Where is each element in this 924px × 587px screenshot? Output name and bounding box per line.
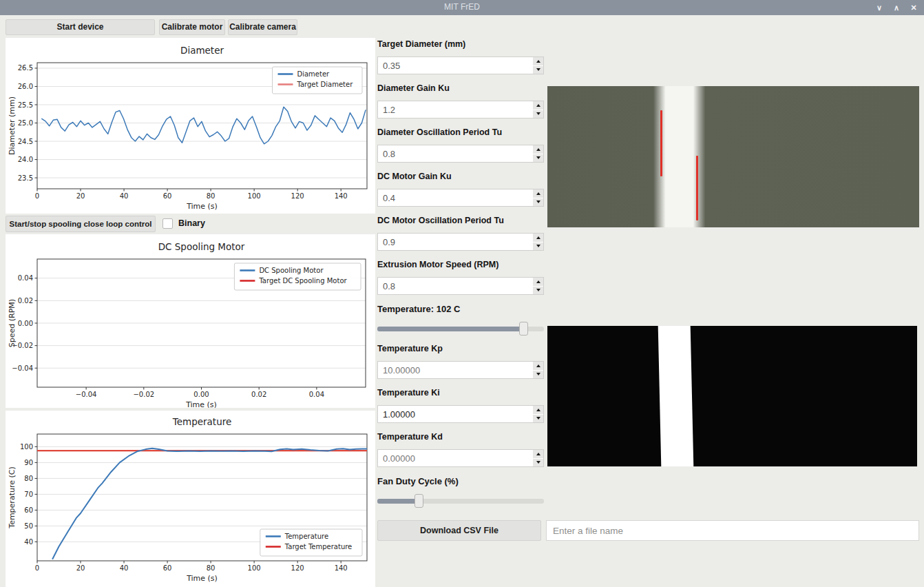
target-diameter-spin-up-button[interactable]: [533, 57, 543, 65]
calibrate-motor-button[interactable]: Calibrate motor: [159, 19, 225, 35]
extrusion-motor-speed-spin-up-button[interactable]: [533, 278, 543, 286]
temperature-label: Temperature: 102 C: [377, 304, 544, 315]
svg-text:0.02: 0.02: [251, 391, 266, 398]
arrow-down-icon: [536, 68, 540, 71]
svg-text:Time (s): Time (s): [186, 574, 218, 583]
arrow-down-icon: [536, 289, 540, 291]
svg-text:Diameter: Diameter: [180, 45, 224, 56]
file-name-input[interactable]: [546, 520, 919, 541]
temperature-slider[interactable]: [377, 323, 544, 334]
dc-motor-gain-ku-spin-down-button[interactable]: [533, 198, 543, 207]
close-icon[interactable]: ✕: [909, 3, 918, 12]
binary-checkbox-label: Binary: [178, 218, 205, 228]
svg-text:50: 50: [24, 522, 33, 530]
start-device-button[interactable]: Start device: [6, 19, 155, 35]
svg-text:140: 140: [335, 192, 348, 200]
extrusion-motor-speed-label: Extrusion Motor Speed (RPM): [377, 260, 544, 271]
dc-motor-oscillation-period-tu-input[interactable]: [378, 234, 532, 250]
svg-text:20: 20: [76, 192, 85, 200]
arrow-up-icon: [536, 280, 540, 283]
svg-text:80: 80: [207, 564, 216, 572]
dc-motor-oscillation-period-tu-spin-down-button[interactable]: [533, 243, 543, 251]
temperature-ki-spin-up-button[interactable]: [533, 406, 543, 414]
edge-marker-right: [696, 156, 698, 220]
diameter-oscillation-period-tu-input[interactable]: [378, 145, 532, 162]
fan-duty-cycle-slider-handle[interactable]: [414, 494, 423, 508]
app-window: MIT FrED ∨ ∧ ✕ Start device Calibrate mo…: [0, 0, 924, 587]
temperature-kp-spin-up-button[interactable]: [533, 362, 543, 370]
arrow-down-icon: [536, 417, 540, 420]
diameter-gain-ku-spin-down-button[interactable]: [533, 110, 543, 119]
svg-text:40: 40: [24, 538, 33, 546]
svg-text:40: 40: [120, 564, 129, 572]
window-title: MIT FrED: [0, 2, 924, 12]
camera-feed-image: [547, 86, 919, 227]
fan-duty-cycle-slider[interactable]: [377, 495, 544, 506]
svg-text:90: 90: [24, 459, 33, 466]
svg-text:Temperature: Temperature: [284, 533, 328, 540]
svg-text:24.5: 24.5: [18, 138, 33, 145]
dc-motor-gain-ku-input[interactable]: [378, 189, 532, 206]
svg-text:Diameter (mm): Diameter (mm): [8, 96, 17, 155]
target-diameter-spin-down-button[interactable]: [533, 66, 543, 74]
svg-text:100: 100: [248, 564, 261, 572]
svg-text:23.5: 23.5: [18, 174, 33, 182]
extrusion-motor-speed-spin-down-button[interactable]: [533, 287, 543, 295]
arrow-up-icon: [536, 236, 540, 239]
arrow-up-icon: [536, 364, 540, 367]
svg-text:25.5: 25.5: [18, 101, 33, 109]
temperature-kd-spin-down-button[interactable]: [533, 459, 543, 467]
svg-text:120: 120: [291, 192, 304, 200]
diameter-oscillation-period-tu-spin-down-button[interactable]: [533, 154, 543, 163]
fan-duty-cycle-label: Fan Duty Cycle (%): [377, 476, 544, 487]
svg-text:−0.04: −0.04: [76, 391, 97, 398]
dc-motor-oscillation-period-tu-spin-up-button[interactable]: [533, 234, 543, 242]
spooling-control-button[interactable]: Start/stop spooling close loop control: [6, 216, 156, 232]
diameter-oscillation-period-tu-spin-up-button[interactable]: [533, 145, 543, 154]
temperature-kd-label: Temperature Kd: [377, 432, 544, 443]
target-diameter-spinbox: [377, 56, 544, 74]
svg-text:140: 140: [335, 564, 348, 572]
temperature-ki-spin-down-button[interactable]: [533, 415, 543, 423]
svg-text:Target DC Spooling Motor: Target DC Spooling Motor: [258, 277, 347, 285]
svg-text:Target Diameter: Target Diameter: [297, 81, 354, 88]
svg-text:100: 100: [20, 443, 33, 451]
extrusion-motor-speed-input[interactable]: [378, 278, 532, 294]
svg-text:0: 0: [35, 564, 39, 572]
svg-text:100: 100: [248, 192, 261, 200]
dc-motor-gain-ku-spin-up-button[interactable]: [533, 189, 543, 198]
temperature-kd-input[interactable]: [378, 450, 532, 466]
svg-text:Temperature (C): Temperature (C): [8, 466, 17, 528]
dc-spooling-motor-chart: DC Spooling Motor−0.04−0.020.000.020.04−…: [6, 234, 375, 408]
control-column: Target Diameter (mm)Diameter Gain KuDiam…: [377, 34, 544, 516]
temperature-kp-spin-down-button[interactable]: [533, 371, 543, 379]
temperature-ki-input[interactable]: [378, 406, 532, 422]
dc-motor-gain-ku-spinbox: [377, 189, 544, 207]
maximize-icon[interactable]: ∧: [892, 3, 901, 12]
temperature-slider-handle[interactable]: [519, 322, 528, 336]
edge-marker-left: [660, 110, 662, 176]
svg-text:DC Spooling Motor: DC Spooling Motor: [158, 241, 245, 252]
target-diameter-input[interactable]: [378, 57, 532, 74]
svg-text:−0.04: −0.04: [12, 364, 33, 372]
title-bar: MIT FrED ∨ ∧ ✕: [0, 0, 924, 15]
calibrate-camera-button[interactable]: Calibrate camera: [228, 19, 297, 35]
svg-text:60: 60: [163, 564, 172, 572]
svg-text:24.0: 24.0: [18, 156, 33, 163]
svg-text:Target Temperature: Target Temperature: [284, 543, 352, 550]
svg-text:60: 60: [24, 506, 33, 514]
minimize-icon[interactable]: ∨: [874, 3, 884, 12]
binary-checkbox[interactable]: [162, 218, 173, 229]
temperature-kd-spin-up-button[interactable]: [533, 450, 543, 458]
target-diameter-label: Target Diameter (mm): [377, 39, 544, 50]
temperature-kp-input[interactable]: [378, 362, 532, 378]
arrow-down-icon: [536, 200, 540, 203]
temperature-chart-svg: Temperature40506070809010002040608010012…: [6, 411, 375, 587]
svg-text:Time (s): Time (s): [186, 202, 218, 211]
download-csv-button[interactable]: Download CSV File: [377, 520, 541, 541]
svg-text:20: 20: [76, 564, 85, 572]
svg-text:0.04: 0.04: [309, 391, 324, 398]
svg-text:80: 80: [24, 475, 33, 482]
diameter-gain-ku-spin-up-button[interactable]: [533, 101, 543, 110]
diameter-gain-ku-input[interactable]: [378, 101, 532, 118]
